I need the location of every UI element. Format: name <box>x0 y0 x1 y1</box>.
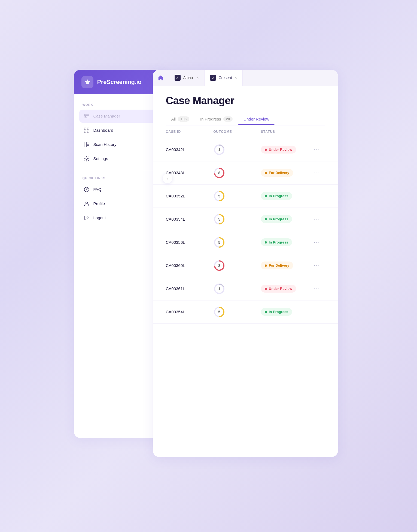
sidebar-item-dashboard[interactable]: Dashboard › <box>79 124 161 137</box>
main-container: PreScreening.io WORK Case Manager › <box>74 70 343 479</box>
header-outcome: OUTCOME <box>213 130 261 134</box>
status-label: For Delivery <box>269 171 289 175</box>
table-row[interactable]: CA00361L 1 Under Review ··· <box>153 277 338 300</box>
table-row[interactable]: CA00352L 5 In Progress ··· <box>153 185 338 208</box>
tab-cresent-label: Cresent <box>219 76 232 80</box>
table-row[interactable]: CA00343L 8 For Delivery ··· <box>153 161 338 185</box>
status-badge-in-progress: In Progress <box>261 238 309 246</box>
row-menu-button[interactable]: ··· <box>309 309 325 315</box>
outcome-number: 5 <box>218 240 220 245</box>
table-row[interactable]: CA00354L 5 In Progress ··· <box>153 208 338 231</box>
status-badge-in-progress: In Progress <box>261 308 309 316</box>
status-dot <box>265 265 267 267</box>
case-id: CA00360L <box>166 263 214 268</box>
svg-rect-8 <box>84 142 86 147</box>
case-id: CA00342L <box>166 147 214 152</box>
filter-tab-all-label: All <box>171 117 176 121</box>
logout-label: Logout <box>93 215 157 220</box>
sidebar-item-scan-history[interactable]: Scan History › <box>79 138 161 151</box>
outcome-badge: 5 <box>213 190 225 202</box>
logout-icon <box>84 215 90 221</box>
tab-alpha[interactable]: Z Alpha × <box>169 70 205 86</box>
status-dot <box>265 241 267 244</box>
row-menu-button[interactable]: ··· <box>309 147 325 152</box>
row-menu-button[interactable]: ··· <box>309 286 325 291</box>
filter-tab-in-progress-count: 20 <box>223 116 233 122</box>
status-dot <box>265 311 267 313</box>
status-badge-in-progress: In Progress <box>261 215 309 223</box>
page-title: Case Manager <box>166 95 325 107</box>
svg-rect-4 <box>84 128 86 130</box>
filter-tab-under-review-label: Under Review <box>243 117 269 121</box>
case-id: CA00354L <box>166 309 214 314</box>
tab-cresent[interactable]: Z Cresent × <box>205 70 243 86</box>
filter-tab-all[interactable]: All 106 <box>166 113 195 125</box>
svg-rect-6 <box>84 131 86 133</box>
table-row[interactable]: CA00342L 1 Under Review ··· <box>153 138 338 161</box>
status-label: In Progress <box>269 240 288 244</box>
work-section-label: WORK <box>79 103 161 106</box>
status-dot <box>265 218 267 220</box>
faq-label: FAQ <box>93 187 157 192</box>
profile-label: Profile <box>93 201 157 206</box>
scan-history-icon <box>84 142 90 148</box>
case-id: CA00352L <box>166 194 214 198</box>
tab-cresent-favicon: Z <box>210 75 216 81</box>
scan-history-label: Scan History <box>93 142 152 147</box>
outcome-number: 8 <box>218 171 220 175</box>
table-row[interactable]: CA00354L 5 In Progress ··· <box>153 300 338 324</box>
quick-links-section-label: QUICK LINKS <box>79 176 161 180</box>
row-menu-button[interactable]: ··· <box>309 193 325 199</box>
filter-tab-in-progress-label: In Progress <box>200 117 221 121</box>
sidebar-collapse-button[interactable]: ‹ <box>163 173 172 183</box>
svg-rect-5 <box>87 128 89 130</box>
header-status: STATUS <box>261 130 309 134</box>
sidebar-item-logout[interactable]: Logout <box>79 211 161 224</box>
outcome-badge: 1 <box>213 144 225 156</box>
filter-tab-under-review[interactable]: Under Review <box>238 113 275 125</box>
dashboard-label: Dashboard <box>93 128 152 133</box>
case-id: CA00361L <box>166 286 214 291</box>
outcome-badge: 5 <box>213 213 225 225</box>
case-id: CA00354L <box>166 217 214 221</box>
tab-home[interactable] <box>153 70 169 86</box>
filter-tab-in-progress[interactable]: In Progress 20 <box>195 113 238 125</box>
status-dot <box>265 149 267 151</box>
filter-tab-all-count: 106 <box>178 116 189 122</box>
tab-alpha-favicon: Z <box>175 75 181 81</box>
status-label: Under Review <box>269 287 292 291</box>
row-menu-button[interactable]: ··· <box>309 263 325 268</box>
profile-icon <box>84 201 90 207</box>
sidebar-header: PreScreening.io <box>74 70 166 94</box>
status-badge-for-delivery: For Delivery <box>261 169 309 177</box>
case-manager-icon <box>84 113 90 119</box>
case-manager-label: Case Manager <box>93 114 152 118</box>
row-menu-button[interactable]: ··· <box>309 170 325 176</box>
outcome-number: 8 <box>218 263 220 268</box>
sidebar-nav: WORK Case Manager › <box>74 94 166 234</box>
status-dot <box>265 172 267 174</box>
status-badge-under-review: Under Review <box>261 285 309 293</box>
sidebar-item-faq[interactable]: FAQ <box>79 183 161 196</box>
tab-cresent-close[interactable]: × <box>235 76 237 80</box>
status-badge-in-progress: In Progress <box>261 192 309 200</box>
header-actions <box>309 130 325 134</box>
outcome-number: 1 <box>218 287 220 291</box>
page-header: Case Manager All 106 In Progress 20 Unde… <box>153 86 338 125</box>
sidebar-item-settings[interactable]: Settings <box>79 152 161 165</box>
row-menu-button[interactable]: ··· <box>309 216 325 222</box>
svg-rect-7 <box>87 131 89 133</box>
sidebar-item-profile[interactable]: Profile <box>79 197 161 210</box>
tab-alpha-close[interactable]: × <box>196 76 199 80</box>
case-id: CA00356L <box>166 240 214 245</box>
status-label: Under Review <box>269 148 292 152</box>
logo-icon <box>81 76 93 88</box>
case-table: CASE ID OUTCOME STATUS CA00342L 1 <box>153 125 338 324</box>
status-badge-for-delivery: For Delivery <box>261 262 309 269</box>
browser-tabs: Z Alpha × Z Cresent × <box>153 70 338 86</box>
row-menu-button[interactable]: ··· <box>309 239 325 245</box>
status-badge-under-review: Under Review <box>261 146 309 154</box>
sidebar-item-case-manager[interactable]: Case Manager › <box>79 110 161 123</box>
table-row[interactable]: CA00356L 5 In Progress ··· <box>153 231 338 254</box>
table-row[interactable]: CA00360L 8 For Delivery ··· <box>153 254 338 277</box>
